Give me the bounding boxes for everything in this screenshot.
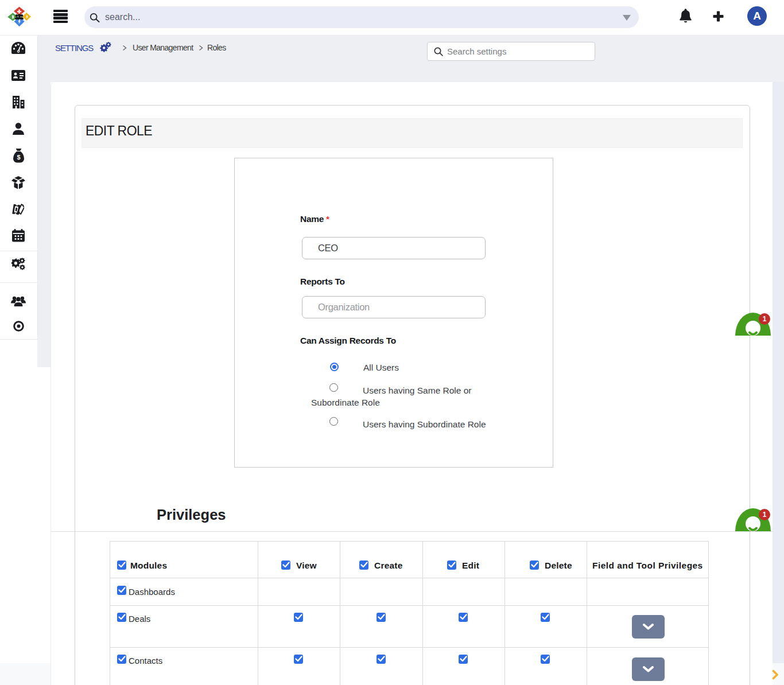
svg-text:$: $ bbox=[17, 154, 20, 161]
